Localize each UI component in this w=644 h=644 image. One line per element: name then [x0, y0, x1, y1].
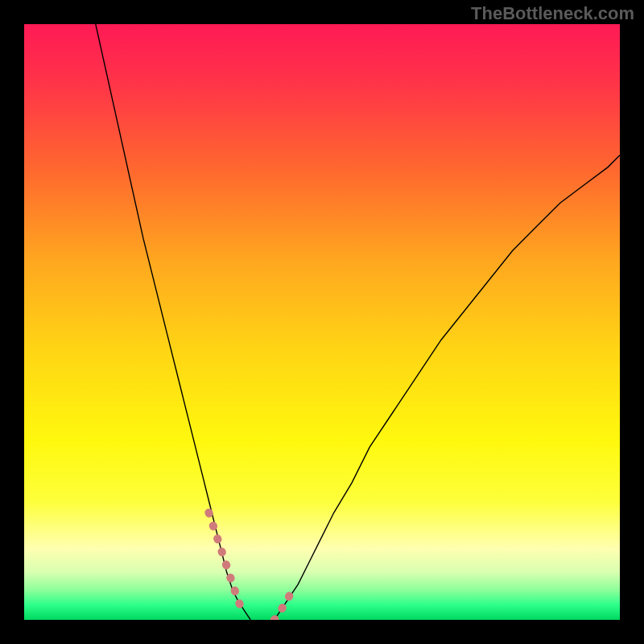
bottleneck-chart: [24, 24, 620, 620]
attribution-label: TheBottleneck.com: [471, 3, 634, 24]
chart-container: TheBottleneck.com: [0, 0, 644, 644]
plot-background: [24, 24, 620, 620]
